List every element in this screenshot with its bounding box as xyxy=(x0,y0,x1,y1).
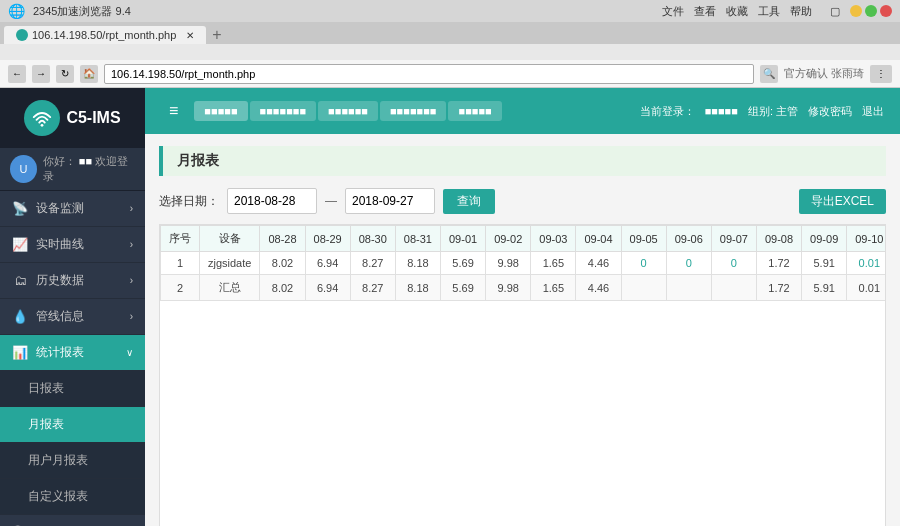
sidebar-item-data-analysis[interactable]: 🔍 数据分析 › xyxy=(0,515,145,526)
refresh-button[interactable]: ↻ xyxy=(56,65,74,83)
history-data-icon: 🗂 xyxy=(12,273,28,288)
cell-value: 5.69 xyxy=(440,252,485,275)
menu-view[interactable]: 查看 xyxy=(694,4,716,19)
col-header-0905: 09-05 xyxy=(621,226,666,252)
sidebar-item-realtime-curve[interactable]: 📈 实时曲线 › xyxy=(0,227,145,263)
page-title: 月报表 xyxy=(177,152,219,170)
cell-value: 1.65 xyxy=(531,275,576,301)
col-header-0902: 09-02 xyxy=(486,226,531,252)
settings-button[interactable]: ⋮ xyxy=(870,65,892,83)
arrow-icon: › xyxy=(130,311,133,322)
home-button[interactable]: 🏠 xyxy=(80,65,98,83)
change-password-link[interactable]: 修改密码 xyxy=(808,104,852,119)
cell-value: 0.01 xyxy=(847,275,886,301)
login-user: ■■■■■ xyxy=(705,105,738,117)
header-right: 当前登录： ■■■■■ 组别: 主管 修改密码 退出 xyxy=(640,104,884,119)
header-nav-4[interactable]: ■■■■■■■ xyxy=(380,101,447,121)
sidebar-logo: C5-IMS xyxy=(0,88,145,148)
statistics-icon: 📊 xyxy=(12,345,28,360)
cell-value: 4.46 xyxy=(576,275,621,301)
sidebar: C5-IMS U 你好： ■■ 欢迎登录 📡 设备监测 › 📈 实时曲线 › xyxy=(0,88,145,526)
col-header-0831: 08-31 xyxy=(395,226,440,252)
sidebar-item-device-monitor[interactable]: 📡 设备监测 › xyxy=(0,191,145,227)
user-monthly-report-label: 用户月报表 xyxy=(28,452,88,469)
sidebar-item-statistics[interactable]: 📊 统计报表 ∨ xyxy=(0,335,145,371)
export-excel-button[interactable]: 导出EXCEL xyxy=(799,189,886,214)
sidebar-item-pipeline-info[interactable]: 💧 管线信息 › xyxy=(0,299,145,335)
cell-value: 4.46 xyxy=(576,252,621,275)
sidebar-item-custom-report[interactable]: 自定义报表 xyxy=(0,479,145,515)
cell-value: 5.91 xyxy=(802,252,847,275)
col-header-0909: 09-09 xyxy=(802,226,847,252)
menu-bookmarks[interactable]: 收藏 xyxy=(726,4,748,19)
active-tab[interactable]: 106.14.198.50/rpt_month.php ✕ xyxy=(4,26,206,44)
search-button[interactable]: 🔍 xyxy=(760,65,778,83)
back-button[interactable]: ← xyxy=(8,65,26,83)
pipeline-info-icon: 💧 xyxy=(12,309,28,324)
header-nav-1[interactable]: ■■■■■ xyxy=(194,101,247,121)
cell-value: 8.02 xyxy=(260,252,305,275)
cell-value: 5.91 xyxy=(802,275,847,301)
search-engine-label: 官方确认 张雨琦 xyxy=(784,66,864,81)
cell-value: 6.94 xyxy=(305,275,350,301)
sidebar-item-user-monthly-report[interactable]: 用户月报表 xyxy=(0,443,145,479)
menu-toggle-button[interactable]: ≡ xyxy=(161,98,186,124)
cell-value: 0.01 xyxy=(847,252,886,275)
cell-value: 0 xyxy=(666,252,711,275)
address-bar: ← → ↻ 🏠 🔍 官方确认 张雨琦 ⋮ xyxy=(0,60,900,88)
table-row: 1zjgsidate8.026.948.278.185.699.981.654.… xyxy=(161,252,887,275)
tab-close-icon[interactable]: ✕ xyxy=(186,30,194,41)
address-input[interactable] xyxy=(104,64,754,84)
header-nav-3[interactable]: ■■■■■■ xyxy=(318,101,378,121)
logo-icon xyxy=(24,100,60,136)
win-maximize[interactable] xyxy=(865,5,877,17)
login-label: 当前登录： xyxy=(640,104,695,119)
col-header-0830: 08-30 xyxy=(350,226,395,252)
header-nav-5[interactable]: ■■■■■ xyxy=(448,101,501,121)
arrow-icon: › xyxy=(130,203,133,214)
sidebar-sub-statistics: 日报表 月报表 用户月报表 自定义报表 xyxy=(0,371,145,515)
browser-titlebar: 🌐 2345加速浏览器 9.4 文件 查看 收藏 工具 帮助 ▢ xyxy=(0,0,900,22)
new-tab-button[interactable]: + xyxy=(212,26,221,44)
cell-value: 1.72 xyxy=(756,275,801,301)
col-header-device: 设备 xyxy=(200,226,260,252)
filter-end-date[interactable] xyxy=(345,188,435,214)
win-minimize[interactable] xyxy=(850,5,862,17)
table-header-row: 序号 设备 08-28 08-29 08-30 08-31 09-01 09-0… xyxy=(161,226,887,252)
header-nav-2[interactable]: ■■■■■■■ xyxy=(250,101,317,121)
filter-row: 选择日期： — 查询 导出EXCEL xyxy=(159,188,886,214)
sidebar-item-label: 设备监测 xyxy=(36,200,84,217)
sidebar-user: U 你好： ■■ 欢迎登录 xyxy=(0,148,145,191)
sidebar-item-label: 实时曲线 xyxy=(36,236,84,253)
query-button[interactable]: 查询 xyxy=(443,189,495,214)
cell-value: 8.18 xyxy=(395,252,440,275)
sidebar-item-daily-report[interactable]: 日报表 xyxy=(0,371,145,407)
cell-value: 1.72 xyxy=(756,252,801,275)
arrow-icon: ∨ xyxy=(126,347,133,358)
app-wrapper: C5-IMS U 你好： ■■ 欢迎登录 📡 设备监测 › 📈 实时曲线 › xyxy=(0,88,900,526)
sidebar-item-history-data[interactable]: 🗂 历史数据 › xyxy=(0,263,145,299)
menu-help[interactable]: 帮助 xyxy=(790,4,812,19)
menu-tools[interactable]: 工具 xyxy=(758,4,780,19)
win-close[interactable] xyxy=(880,5,892,17)
cell-value: 1.65 xyxy=(531,252,576,275)
col-header-0910: 09-10 xyxy=(847,226,886,252)
cell-id: 2 xyxy=(161,275,200,301)
cell-value: 8.27 xyxy=(350,252,395,275)
cell-device: 汇总 xyxy=(200,275,260,301)
filter-start-date[interactable] xyxy=(227,188,317,214)
sidebar-item-monthly-report[interactable]: 月报表 xyxy=(0,407,145,443)
logout-link[interactable]: 退出 xyxy=(862,104,884,119)
table-row: 2汇总8.026.948.278.185.699.981.654.461.725… xyxy=(161,275,887,301)
data-table-wrapper[interactable]: 序号 设备 08-28 08-29 08-30 08-31 09-01 09-0… xyxy=(159,224,886,526)
sidebar-item-label: 管线信息 xyxy=(36,308,84,325)
col-header-0903: 09-03 xyxy=(531,226,576,252)
menu-file[interactable]: 文件 xyxy=(662,4,684,19)
col-header-0907: 09-07 xyxy=(711,226,756,252)
forward-button[interactable]: → xyxy=(32,65,50,83)
cell-value xyxy=(621,275,666,301)
cell-value: 9.98 xyxy=(486,275,531,301)
col-header-0906: 09-06 xyxy=(666,226,711,252)
user-avatar: U xyxy=(10,155,37,183)
cell-value: 9.98 xyxy=(486,252,531,275)
